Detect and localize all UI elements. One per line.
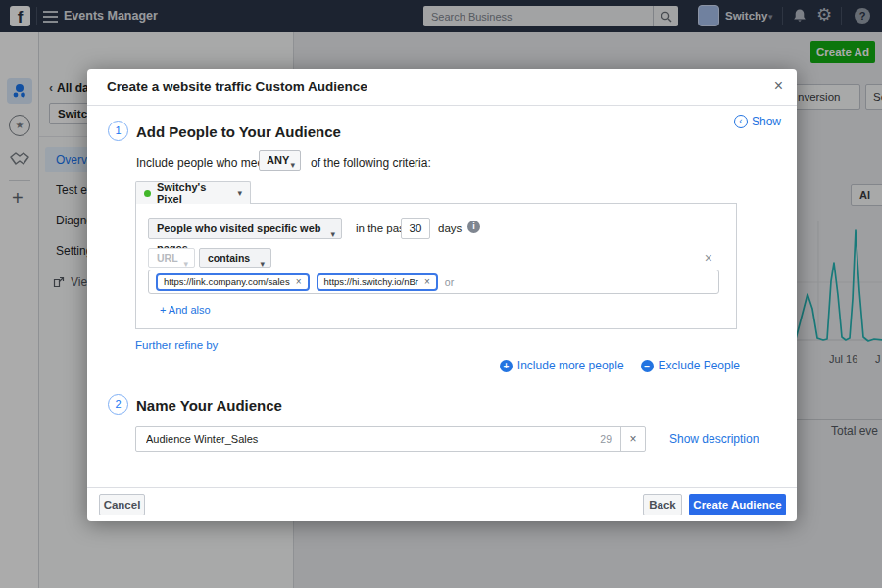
step2-badge: 2 <box>108 394 128 415</box>
match-type-value: ANY <box>267 154 289 166</box>
info-icon[interactable]: i <box>467 220 480 233</box>
remove-chip-icon[interactable]: × <box>424 276 430 287</box>
days-label: days <box>438 222 462 234</box>
url-chip-label: https://link.company.com/sales <box>164 276 290 287</box>
create-custom-audience-dialog: Create a website traffic Custom Audience… <box>87 69 797 521</box>
show-link[interactable]: ‹ Show <box>734 115 781 128</box>
clear-name-icon[interactable]: × <box>620 427 645 451</box>
url-chip[interactable]: https://link.company.com/sales × <box>156 273 310 291</box>
include-more-people-link[interactable]: + Include more people <box>500 359 624 372</box>
close-icon[interactable]: × <box>774 77 783 95</box>
show-link-label: Show <box>752 115 781 128</box>
pixel-source-tab[interactable]: Switchy's Pixel ▾ <box>135 181 251 204</box>
audience-name-field: 29 × <box>135 426 646 452</box>
include-more-label: Include more people <box>517 359 624 372</box>
audience-actions-row: + Include more people − Exclude People <box>381 359 740 372</box>
or-placeholder: or <box>445 276 454 288</box>
remove-chip-icon[interactable]: × <box>296 276 302 287</box>
dialog-footer: Cancel Back Create Audience <box>87 487 797 521</box>
chevron-down-icon: ▾ <box>237 188 242 198</box>
chevron-down-icon: ▾ <box>330 224 335 244</box>
and-also-link[interactable]: + And also <box>160 304 211 316</box>
url-values-input[interactable]: https://link.company.com/sales × https:/… <box>148 270 719 294</box>
step1-badge: 1 <box>108 121 128 141</box>
operator-value: contains <box>208 252 250 264</box>
dialog-title: Create a website traffic Custom Audience <box>107 69 368 106</box>
plus-circle-icon: + <box>500 360 513 372</box>
url-parameter-dropdown[interactable]: URL ▾ <box>148 248 195 268</box>
minus-circle-icon: − <box>641 360 654 372</box>
url-parameter-value: URL <box>157 252 178 264</box>
url-chip[interactable]: https://hi.switchy.io/nBr × <box>317 273 438 291</box>
pixel-name: Switchy's Pixel <box>157 181 231 205</box>
operator-dropdown[interactable]: contains ▾ <box>199 248 271 268</box>
pixel-status-dot <box>144 190 151 197</box>
create-audience-button[interactable]: Create Audience <box>689 494 786 515</box>
criteria-panel: People who visited specific web pages ▾ … <box>135 203 737 329</box>
chevron-down-icon: ▾ <box>290 156 295 174</box>
events-manager-page: f Events Manager Switchy ▾ ⚙ ? <box>0 0 882 588</box>
exclude-label: Exclude People <box>659 359 740 372</box>
step1-heading: Add People to Your Audience <box>136 123 341 140</box>
url-chip-label: https://hi.switchy.io/nBr <box>324 276 418 287</box>
audience-name-input[interactable] <box>136 433 600 445</box>
further-refine-link[interactable]: Further refine by <box>135 339 218 351</box>
dialog-header: Create a website traffic Custom Audience… <box>87 69 797 106</box>
show-description-link[interactable]: Show description <box>669 432 759 446</box>
remove-criteria-icon[interactable]: × <box>705 250 712 266</box>
exclude-people-link[interactable]: − Exclude People <box>641 359 740 372</box>
step2-heading: Name Your Audience <box>136 397 282 414</box>
cancel-button[interactable]: Cancel <box>99 494 145 515</box>
match-type-dropdown[interactable]: ANY ▾ <box>259 150 301 171</box>
chevron-left-circle-icon: ‹ <box>734 115 748 128</box>
event-type-dropdown[interactable]: People who visited specific web pages ▾ <box>148 218 342 239</box>
include-criteria-prefix: Include people who meet <box>136 156 267 170</box>
back-button[interactable]: Back <box>643 494 682 515</box>
char-count: 29 <box>600 433 612 445</box>
days-input[interactable] <box>401 218 430 239</box>
include-criteria-suffix: of the following criteria: <box>311 156 431 170</box>
